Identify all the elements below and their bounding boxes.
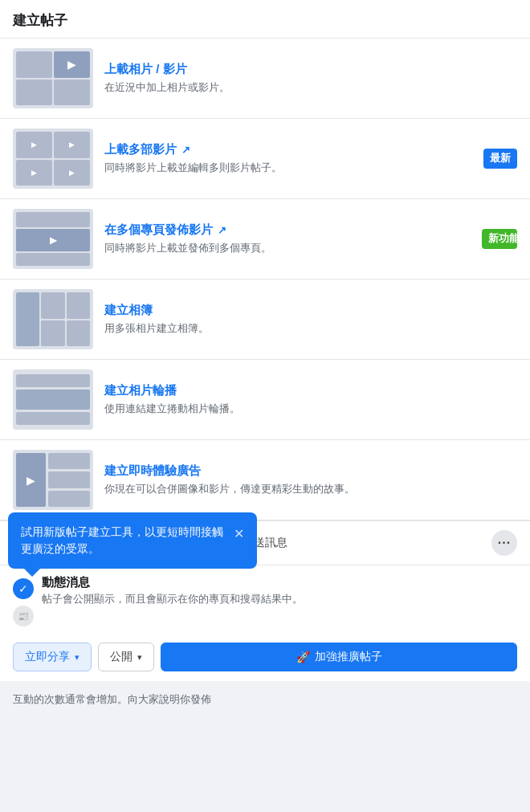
status-desc: 帖子會公開顯示，而且會顯示在你的專頁和搜尋結果中。 — [42, 592, 517, 606]
thumb-cell — [16, 160, 52, 186]
menu-text-slideshow: 建立相片輪播 使用連結建立捲動相片輪播。 — [104, 383, 517, 416]
page-title: 建立帖子 — [13, 13, 67, 28]
menu-item-instant[interactable]: 建立即時體驗廣告 你現在可以合併圖像和影片，傳達更精彩生動的故事。 — [0, 440, 530, 520]
boost-label: 加強推廣帖子 — [315, 650, 382, 664]
thumb-srow-big — [16, 390, 90, 410]
menu-desc-instant: 你現在可以合併圖像和影片，傳達更精彩生動的故事。 — [104, 482, 517, 496]
tooltip-arrow — [24, 569, 40, 577]
tooltip-close-button[interactable]: ✕ — [234, 524, 244, 544]
share-now-button[interactable]: 立即分享 ▾ — [13, 643, 92, 671]
thumb-srow — [16, 412, 90, 425]
chevron-down-icon: ▾ — [75, 652, 80, 663]
thumb-publish-pages — [13, 209, 93, 269]
more-button[interactable]: ··· — [491, 530, 517, 556]
status-section: ✓ 📰 動態消息 帖子會公開顯示，而且會顯示在你的專頁和搜尋結果中。 — [0, 565, 530, 635]
menu-title-instant: 建立即時體驗廣告 — [104, 463, 517, 479]
thumb-irow — [48, 453, 90, 469]
thumb-cell — [54, 80, 90, 106]
thumb-cell — [67, 320, 90, 347]
boost-icon: 🚀 — [296, 651, 310, 663]
thumb-photo-video — [13, 48, 93, 108]
thumb-cell — [16, 51, 52, 78]
badge-new: 最新 — [483, 149, 517, 169]
menu-text-multi-video: 上載多部影片 ↗ 同時將影片上載並編輯多則影片帖子。 — [104, 142, 483, 175]
visibility-label: 公開 — [110, 650, 132, 664]
visibility-button[interactable]: 公開 ▾ — [98, 643, 154, 671]
boost-post-button[interactable]: 🚀 加強推廣帖子 — [161, 643, 517, 671]
thumb-cell-play — [54, 51, 90, 78]
menu-text-photo-video: 上載相片 / 影片 在近況中加上相片或影片。 — [104, 62, 517, 95]
menu-title-slideshow: 建立相片輪播 — [104, 383, 517, 398]
status-icons: ✓ 📰 — [13, 575, 34, 626]
thumb-play-cell — [16, 453, 46, 507]
tooltip-banner: 試用新版帖子建立工具，以更短時間接觸更廣泛的受眾。 ✕ — [8, 512, 257, 569]
thumb-srow — [16, 374, 90, 387]
menu-item-album[interactable]: 建立相簿 用多張相片建立相簿。 — [0, 280, 530, 360]
thumb-row — [16, 212, 90, 227]
external-link-icon: ↗ — [181, 144, 190, 156]
status-text: 動態消息 帖子會公開顯示，而且會顯示在你的專頁和搜尋結果中。 — [42, 575, 517, 606]
menu-desc-album: 用多張相片建立相簿。 — [104, 321, 517, 336]
menu-desc-photo-video: 在近況中加上相片或影片。 — [104, 80, 517, 95]
status-row: ✓ 📰 動態消息 帖子會公開顯示，而且會顯示在你的專頁和搜尋結果中。 — [13, 575, 517, 626]
menu-desc-slideshow: 使用連結建立捲動相片輪播。 — [104, 402, 517, 416]
check-circle: ✓ — [13, 578, 34, 599]
thumb-instant — [13, 450, 93, 510]
thumb-multi-video — [13, 129, 93, 189]
badge-feature: 新功能 — [482, 229, 517, 249]
bottom-text: 互動的次數通常會增加。向大家說明你發佈 — [0, 681, 530, 721]
menu-title-photo-video: 上載相片 / 影片 — [104, 62, 517, 77]
news-circle: 📰 — [13, 606, 34, 626]
thumb-cell — [67, 292, 90, 319]
menu-text-album: 建立相簿 用多張相片建立相簿。 — [104, 303, 517, 336]
thumb-album — [13, 289, 93, 349]
thumb-cell — [16, 80, 52, 106]
action-row: 立即分享 ▾ 公開 ▾ 🚀 加強推廣帖子 — [0, 635, 530, 681]
thumb-cell — [41, 292, 64, 319]
menu-title-album: 建立相簿 — [104, 303, 517, 318]
menu-desc-publish-pages: 同時將影片上載並發佈到多個專頁。 — [104, 241, 482, 255]
menu-list: 上載相片 / 影片 在近況中加上相片或影片。 上載多部影片 ↗ — [0, 39, 530, 520]
menu-item-multi-video[interactable]: 上載多部影片 ↗ 同時將影片上載並編輯多則影片帖子。 最新 — [0, 119, 530, 199]
thumb-row — [16, 253, 90, 266]
tooltip-text: 試用新版帖子建立工具，以更短時間接觸更廣泛的受眾。 — [21, 524, 226, 557]
thumb-cell — [54, 132, 90, 158]
menu-text-publish-pages: 在多個專頁發佈影片 ↗ 同時將影片上載並發佈到多個專頁。 — [104, 222, 482, 255]
thumb-irow — [48, 471, 90, 488]
header: 建立帖子 — [0, 0, 530, 39]
thumb-irow — [48, 491, 90, 507]
chevron-down-icon: ▾ — [137, 652, 142, 663]
thumb-cell — [16, 132, 52, 158]
menu-title-multi-video: 上載多部影片 ↗ — [104, 142, 483, 157]
menu-title-publish-pages: 在多個專頁發佈影片 ↗ — [104, 222, 482, 238]
menu-text-instant: 建立即時體驗廣告 你現在可以合併圖像和影片，傳達更精彩生動的故事。 — [104, 463, 517, 496]
share-label: 立即分享 — [25, 650, 70, 664]
thumb-slideshow — [13, 369, 93, 430]
menu-desc-multi-video: 同時將影片上載並編輯多則影片帖子。 — [104, 161, 483, 175]
status-title: 動態消息 — [42, 575, 517, 590]
thumb-right-cells — [48, 453, 90, 507]
menu-item-photo-video[interactable]: 上載相片 / 影片 在近況中加上相片或影片。 — [0, 39, 530, 119]
external-link-icon: ↗ — [218, 224, 226, 236]
thumb-row-play — [16, 229, 90, 251]
thumb-cell — [41, 320, 64, 347]
thumb-cell-tall — [16, 292, 39, 346]
thumb-cell — [54, 160, 90, 186]
menu-item-slideshow[interactable]: 建立相片輪播 使用連結建立捲動相片輪播。 — [0, 360, 530, 440]
menu-item-publish-pages[interactable]: 在多個專頁發佈影片 ↗ 同時將影片上載並發佈到多個專頁。 新功能 — [0, 199, 530, 280]
